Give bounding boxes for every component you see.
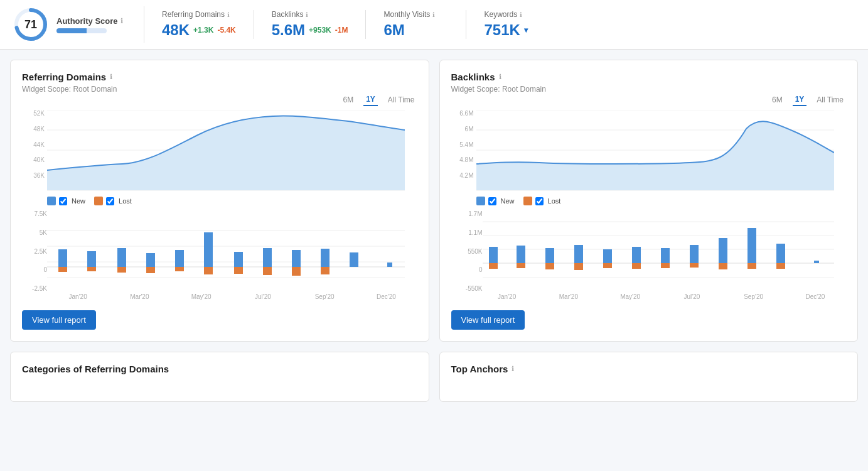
svg-rect-52 xyxy=(603,249,612,263)
btn-alltime-referring[interactable]: All Time xyxy=(385,94,417,106)
referring-domains-card-scope: Widget Scope: Root Domain xyxy=(22,85,417,94)
backlinks-line-chart: 6.6M 6M 5.4M 4.8M 4.2M xyxy=(451,110,847,192)
svg-rect-17 xyxy=(117,267,126,273)
metric-keywords: Keywords ℹ 751K ▾ xyxy=(466,10,567,39)
svg-rect-28 xyxy=(292,250,301,267)
metric-backlinks: Backlinks ℹ 5.6M +953K -1M xyxy=(254,10,367,39)
authority-score-value: 71 xyxy=(24,18,37,31)
svg-rect-27 xyxy=(263,267,272,275)
svg-rect-58 xyxy=(690,245,699,263)
referring-domains-view-report-button[interactable]: View full report xyxy=(22,310,96,330)
legend-new-backlinks-color xyxy=(476,197,485,205)
top-anchors-info-icon: ℹ xyxy=(512,365,514,373)
referring-domains-legend: New Lost xyxy=(47,197,417,205)
svg-rect-54 xyxy=(632,247,641,263)
svg-rect-31 xyxy=(321,267,330,274)
svg-rect-13 xyxy=(58,267,67,272)
backlinks-delta-pos: +953K xyxy=(309,26,331,35)
legend-lost-backlinks-checkbox[interactable] xyxy=(535,197,544,205)
backlinks-svg xyxy=(476,110,834,192)
btn-6m-referring[interactable]: 6M xyxy=(340,94,356,106)
btn-alltime-backlinks[interactable]: All Time xyxy=(814,94,846,106)
backlinks-view-report-button[interactable]: View full report xyxy=(451,310,525,330)
backlinks-legend: New Lost xyxy=(476,197,847,205)
backlinks-card-title-row: Backlinks ℹ xyxy=(451,72,847,82)
backlinks-label: Backlinks xyxy=(272,10,304,19)
referring-domains-card-info-icon: ℹ xyxy=(110,73,112,81)
legend-lost-backlinks-color xyxy=(523,197,532,205)
main-content: Referring Domains ℹ Widget Scope: Root D… xyxy=(0,50,868,412)
legend-lost-color xyxy=(94,197,103,205)
svg-rect-15 xyxy=(87,267,96,271)
legend-lost-checkbox[interactable] xyxy=(106,197,114,205)
monthly-visits-label: Monthly Visits xyxy=(383,10,430,19)
legend-new-backlinks: New xyxy=(476,197,515,205)
svg-rect-60 xyxy=(719,238,727,263)
svg-rect-55 xyxy=(632,263,641,269)
legend-new-checkbox[interactable] xyxy=(59,197,67,205)
legend-lost-referring: Lost xyxy=(94,197,132,205)
categories-card: Categories of Referring Domains xyxy=(10,352,429,402)
svg-rect-61 xyxy=(719,263,727,269)
svg-rect-63 xyxy=(747,263,756,269)
authority-score-label: Authority Score xyxy=(56,16,118,26)
svg-rect-57 xyxy=(661,263,670,268)
btn-1y-referring[interactable]: 1Y xyxy=(363,94,378,106)
legend-lost-backlinks: Lost xyxy=(523,197,561,205)
referring-domains-delta-pos: +1.3K xyxy=(193,26,213,35)
referring-domains-svg xyxy=(47,110,405,192)
svg-rect-16 xyxy=(117,248,126,267)
referring-domains-value: 48K xyxy=(162,21,190,39)
btn-6m-backlinks[interactable]: 6M xyxy=(769,94,785,106)
svg-rect-23 xyxy=(204,267,213,274)
top-anchors-card: Top Anchors ℹ xyxy=(439,352,859,402)
svg-rect-62 xyxy=(747,228,756,263)
svg-rect-30 xyxy=(321,249,330,267)
charts-row: Referring Domains ℹ Widget Scope: Root D… xyxy=(10,60,858,342)
svg-rect-33 xyxy=(387,263,392,267)
svg-rect-50 xyxy=(574,245,583,263)
svg-rect-45 xyxy=(489,263,498,269)
svg-rect-18 xyxy=(146,253,155,267)
legend-new-backlinks-checkbox[interactable] xyxy=(488,197,496,205)
legend-new-backlinks-label: New xyxy=(501,197,515,205)
referring-domains-x-labels: Jan'20 Mar'20 May'20 Jul'20 Sep'20 Dec'2… xyxy=(47,293,417,300)
backlinks-bar-chart: 1.7M 1.1M 550K 0 -550K xyxy=(451,210,847,300)
backlinks-time-controls: 6M 1Y All Time xyxy=(451,94,847,106)
svg-rect-64 xyxy=(776,244,785,263)
svg-rect-32 xyxy=(350,252,358,267)
svg-rect-20 xyxy=(175,250,184,267)
referring-domains-card-title: Referring Domains xyxy=(22,72,106,82)
btn-1y-backlinks[interactable]: 1Y xyxy=(793,94,807,106)
monthly-visits-info-icon: ℹ xyxy=(432,11,435,18)
referring-domains-delta-neg: -5.4K xyxy=(217,26,235,35)
svg-rect-22 xyxy=(204,232,213,267)
legend-new-referring: New xyxy=(47,197,85,205)
referring-domains-time-controls: 6M 1Y All Time xyxy=(22,94,417,106)
legend-new-label: New xyxy=(72,197,85,205)
top-bar: 71 Authority Score ℹ Referring Domains ℹ… xyxy=(0,0,868,50)
keywords-info-icon: ℹ xyxy=(520,11,522,18)
svg-rect-53 xyxy=(603,263,612,268)
svg-rect-47 xyxy=(517,263,525,268)
keywords-label: Keywords xyxy=(484,10,517,19)
top-anchors-card-title: Top Anchors xyxy=(451,364,508,374)
svg-rect-12 xyxy=(58,249,67,267)
categories-card-title: Categories of Referring Domains xyxy=(22,364,417,374)
legend-lost-label: Lost xyxy=(119,197,132,205)
svg-rect-44 xyxy=(489,247,498,263)
svg-rect-48 xyxy=(545,248,554,263)
monthly-visits-value: 6M xyxy=(383,21,404,39)
top-anchors-title-row: Top Anchors ℹ xyxy=(451,364,847,374)
keywords-value: 751K xyxy=(484,21,520,39)
svg-rect-14 xyxy=(87,251,96,267)
keywords-chevron-icon[interactable]: ▾ xyxy=(524,26,528,35)
svg-rect-66 xyxy=(814,261,819,263)
backlinks-bar-y-labels: 1.7M 1.1M 550K 0 -550K xyxy=(451,210,483,292)
backlinks-card: Backlinks ℹ Widget Scope: Root Domain 6M… xyxy=(439,60,859,342)
svg-rect-29 xyxy=(292,267,301,276)
referring-domains-card: Referring Domains ℹ Widget Scope: Root D… xyxy=(10,60,429,342)
backlinks-value: 5.6M xyxy=(272,21,305,39)
svg-rect-56 xyxy=(661,248,670,263)
authority-score-donut: 71 xyxy=(13,6,49,43)
